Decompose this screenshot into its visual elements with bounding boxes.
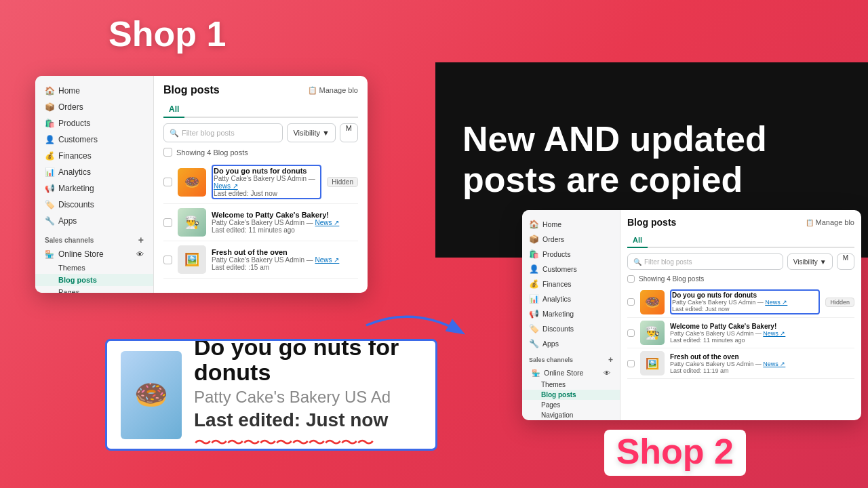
sub-item-pages[interactable]: Pages	[522, 400, 620, 410]
search-box[interactable]: 🔍 Filter blog posts	[627, 253, 783, 270]
discounts-icon: 🏷️	[45, 200, 54, 209]
sidebar-item-products[interactable]: 🛍️ Products	[522, 247, 620, 262]
post-checkbox[interactable]	[627, 329, 635, 337]
post-checkbox[interactable]	[163, 256, 172, 264]
post-thumbnail: 🖼️	[178, 245, 206, 274]
visibility-button[interactable]: Visibility ▼	[287, 123, 335, 142]
visibility-button[interactable]: Visibility ▼	[787, 253, 833, 270]
shop1-sidebar: 🏠 Home 📦 Orders 🛍️ Products 👤 Customers …	[35, 76, 154, 293]
sidebar-item-products[interactable]: 🛍️ Products	[35, 115, 153, 131]
shop1-main: Blog posts 📋 Manage blo All 🔍 Filter blo…	[154, 76, 368, 293]
showing-label: Showing 4 Blog posts	[627, 275, 854, 283]
sub-item-pages[interactable]: Pages	[35, 286, 153, 293]
zoomed-thumbnail: 🍩	[121, 351, 182, 439]
shop2-sidebar: 🏠 Home 📦 Orders 🛍️ Products 👤 Customers …	[522, 210, 620, 420]
banner-text: New AND updated posts are copied	[462, 119, 841, 201]
shop2-label: Shop 2	[604, 430, 746, 476]
sidebar-item-marketing[interactable]: 📢 Marketing	[522, 306, 620, 321]
more-button[interactable]: M	[340, 123, 358, 142]
sidebar-item-apps[interactable]: 🔧 Apps	[522, 336, 620, 351]
sub-item-themes[interactable]: Themes	[522, 380, 620, 390]
post-thumbnail: 🍩	[640, 290, 665, 314]
blog-post-row[interactable]: 👨‍🍳 Welcome to Patty Cake's Bakery! Patt…	[163, 204, 358, 241]
home-icon: 🏠	[529, 220, 538, 229]
orders-icon: 📦	[529, 235, 538, 244]
copy-arrow	[359, 298, 468, 352]
sales-channels-label: Sales channels +	[35, 229, 153, 247]
sidebar-item-orders[interactable]: 📦 Orders	[35, 99, 153, 115]
post-meta: Patty Cake's Bakery US Admin — News ↗	[214, 175, 319, 190]
post-meta: Patty Cake's Bakery US Admin — News ↗	[212, 256, 358, 264]
customers-icon: 👤	[529, 264, 538, 274]
sidebar-item-finances[interactable]: 💰 Finances	[522, 277, 620, 291]
sub-item-themes[interactable]: Themes	[35, 262, 153, 274]
sub-item-blog-posts[interactable]: Blog posts	[35, 274, 153, 286]
post-edited: Last edited: 11 minutes ago	[212, 226, 358, 234]
sidebar-item-customers[interactable]: 👤 Customers	[522, 262, 620, 277]
blog-post-row[interactable]: 👨‍🍳 Welcome to Patty Cake's Bakery! Patt…	[627, 318, 854, 348]
tabs-row: All	[627, 233, 854, 248]
post-edited: Last edited: 11:19 am	[670, 367, 854, 374]
sidebar-item-home[interactable]: 🏠 Home	[35, 83, 153, 99]
post-info-highlighted: Do you go nuts for donuts Patty Cake's B…	[212, 165, 321, 199]
marketing-icon: 📢	[45, 184, 54, 193]
search-row: 🔍 Filter blog posts Visibility ▼ M	[163, 123, 358, 142]
sub-item-blog-posts[interactable]: Blog posts	[522, 390, 620, 400]
post-checkbox[interactable]	[163, 218, 172, 227]
sidebar-item-orders[interactable]: 📦 Orders	[522, 232, 620, 247]
products-icon: 🛍️	[529, 249, 538, 259]
shop1-label: Shop 1	[108, 14, 226, 54]
sidebar-item-discounts[interactable]: 🏷️ Discounts	[35, 197, 153, 213]
post-meta: Patty Cake's Bakery US Admin — News ↗	[672, 299, 818, 306]
blog-post-row[interactable]: 🍩 Do you go nuts for donuts Patty Cake's…	[627, 287, 854, 318]
sidebar-item-analytics[interactable]: 📊 Analytics	[522, 291, 620, 306]
sales-channels-label: Sales channels +	[522, 351, 620, 366]
sidebar-item-apps[interactable]: 🔧 Apps	[35, 213, 153, 229]
search-box[interactable]: 🔍 Filter blog posts	[163, 123, 283, 142]
tab-all[interactable]: All	[163, 102, 184, 118]
online-store-item[interactable]: 🏪 Online Store 👁	[35, 247, 153, 262]
sidebar-item-finances[interactable]: 💰 Finances	[35, 148, 153, 164]
finances-icon: 💰	[45, 151, 54, 161]
manage-blog-button[interactable]: 📋 Manage blo	[806, 218, 855, 226]
page-title: Blog posts	[163, 84, 220, 96]
sidebar-item-analytics[interactable]: 📊 Analytics	[35, 164, 153, 180]
post-checkbox[interactable]	[163, 178, 172, 186]
select-all-checkbox[interactable]	[627, 275, 635, 283]
zoomed-meta: Patty Cake's Bakery US Ad	[194, 388, 422, 407]
sidebar-item-customers[interactable]: 👤 Customers	[35, 131, 153, 148]
showing-label: Showing 4 Blog posts	[163, 148, 358, 157]
post-info: Fresh out of the oven Patty Cake's Baker…	[670, 353, 854, 374]
post-edited: Last edited: 11 minutes ago	[670, 337, 854, 344]
home-icon: 🏠	[45, 86, 54, 96]
products-icon: 🛍️	[45, 119, 54, 128]
post-title: Fresh out of the oven	[670, 353, 854, 361]
post-thumbnail: 👨‍🍳	[640, 321, 665, 345]
more-button[interactable]: M	[837, 253, 854, 270]
post-thumbnail: 🖼️	[640, 351, 665, 375]
sidebar-item-home[interactable]: 🏠 Home	[522, 217, 620, 232]
sub-item-navigation[interactable]: Navigation	[522, 410, 620, 420]
post-info: Welcome to Patty Cake's Bakery! Patty Ca…	[670, 323, 854, 344]
shop2-main: Blog posts 📋 Manage blo All 🔍 Filter blo…	[620, 210, 861, 420]
post-title: Welcome to Patty Cake's Bakery!	[670, 323, 854, 330]
blog-post-row[interactable]: 🖼️ Fresh out of the oven Patty Cake's Ba…	[627, 348, 854, 379]
post-checkbox[interactable]	[627, 298, 635, 306]
blog-post-row[interactable]: 🖼️ Fresh out of the oven Patty Cake's Ba…	[163, 241, 358, 279]
online-store-item[interactable]: 🏪 Online Store 👁	[522, 366, 620, 380]
orders-icon: 📦	[45, 102, 54, 112]
post-edited: Last edited: :15 am	[212, 264, 358, 271]
blog-post-row[interactable]: 🍩 Do you go nuts for donuts Patty Cake's…	[163, 161, 358, 204]
post-checkbox[interactable]	[627, 360, 635, 367]
post-info-highlighted: Do you go nuts for donuts Patty Cake's B…	[670, 289, 820, 314]
tab-all[interactable]: All	[627, 233, 648, 248]
sidebar-item-discounts[interactable]: 🏷️ Discounts	[522, 321, 620, 336]
manage-blog-button[interactable]: 📋 Manage blo	[308, 86, 359, 95]
select-all-checkbox[interactable]	[163, 148, 172, 157]
page-header: Blog posts 📋 Manage blo	[163, 84, 358, 96]
sidebar-item-marketing[interactable]: 📢 Marketing	[35, 180, 153, 197]
customers-icon: 👤	[45, 135, 54, 144]
post-meta: Patty Cake's Bakery US Admin — News ↗	[670, 361, 854, 367]
post-info: Welcome to Patty Cake's Bakery! Patty Ca…	[212, 211, 358, 234]
post-info: Fresh out of the oven Patty Cake's Baker…	[212, 248, 358, 271]
